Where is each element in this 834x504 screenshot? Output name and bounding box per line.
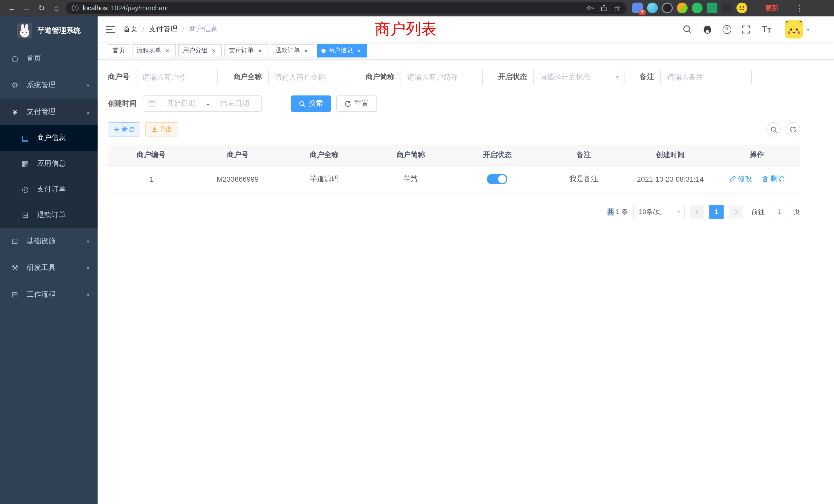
tab-merchant-info[interactable]: 商户信息× (317, 44, 367, 57)
tab-home[interactable]: 首页 (108, 44, 129, 57)
goto-suffix: 页 (793, 207, 800, 216)
cell-short-name: 芋艿 (368, 165, 454, 193)
reset-button[interactable]: 重置 (336, 95, 377, 112)
remark-input[interactable] (660, 69, 752, 85)
export-button[interactable]: 导出 (145, 122, 178, 137)
sidebar-item-merchant-info[interactable]: ▤ 商户信息 (0, 125, 97, 151)
font-size-icon[interactable] (761, 24, 772, 35)
sidebar-item-app-info[interactable]: ▦ 应用信息 (0, 151, 97, 177)
total-count: 1 (616, 208, 619, 215)
browser-forward-icon[interactable]: → (21, 2, 32, 14)
extension-smiley-icon[interactable] (737, 3, 747, 13)
navbar-actions: ? ▾ (681, 20, 834, 39)
status-select[interactable]: 请选择开启状态 ▾ (533, 69, 624, 85)
date-range-picker[interactable]: 开始日期 - 结束日期 (143, 95, 262, 112)
site-info-icon[interactable]: i (72, 5, 79, 11)
extension-icon-6[interactable] (707, 3, 718, 13)
password-key-icon[interactable] (587, 4, 594, 12)
browser-update-button[interactable]: 更新 (765, 3, 778, 13)
filter-row-1: 商户号 商户全称 商户简称 开启状态 请选择开启状态 (108, 69, 800, 85)
merchant-full-name-input[interactable] (268, 69, 350, 85)
merchant-short-name-input[interactable] (400, 69, 483, 85)
app-logo[interactable]: 芋道管理系统 (0, 17, 97, 45)
extension-icon-4[interactable] (677, 3, 688, 13)
edit-link[interactable]: 修改 (729, 175, 752, 184)
breadcrumb-payment[interactable]: 支付管理 (149, 25, 178, 34)
extension-icon-5[interactable] (692, 3, 703, 13)
hamburger-icon[interactable] (97, 17, 123, 42)
user-avatar[interactable] (785, 20, 803, 39)
github-icon[interactable] (702, 24, 713, 35)
bookmark-star-icon[interactable]: ☆ (614, 4, 620, 12)
add-button[interactable]: 新增 (108, 122, 140, 137)
col-merchant-id: 商户编号 (108, 145, 194, 165)
col-create-time: 创建时间 (627, 145, 714, 165)
field-label: 商户号 (108, 72, 129, 82)
close-icon[interactable]: × (210, 47, 217, 54)
close-icon[interactable]: × (164, 47, 171, 54)
browser-menu-icon[interactable]: ⋮ (795, 3, 803, 13)
close-icon[interactable]: × (303, 47, 310, 54)
tab-pay-order[interactable]: 支付订单× (224, 44, 268, 57)
browser-back-icon[interactable]: ← (6, 2, 18, 14)
help-icon[interactable]: ? (723, 25, 731, 33)
status-toggle[interactable] (487, 174, 508, 184)
app-title: 芋道管理系统 (38, 26, 81, 36)
sidebar-item-home[interactable]: ◷ 首页 (0, 45, 97, 72)
extension-icon-1[interactable]: 10 (632, 3, 643, 13)
end-date-placeholder: 结束日期 (213, 99, 256, 108)
delete-link[interactable]: 删除 (762, 175, 785, 184)
user-menu[interactable]: ▾ (785, 20, 809, 39)
breadcrumb-home[interactable]: 首页 (123, 25, 138, 34)
total-suffix: 条 (621, 208, 628, 215)
address-bar[interactable]: i localhost:1024/pay/merchant ☆ (66, 2, 627, 14)
next-page-button[interactable] (729, 205, 743, 219)
close-icon[interactable]: × (256, 47, 263, 54)
filter-status: 开启状态 请选择开启状态 ▾ (498, 69, 624, 85)
merchant-no-input[interactable] (136, 69, 218, 85)
tab-user-group[interactable]: 用户分组× (178, 44, 222, 57)
breadcrumb: 首页 / 支付管理 / 商户信息 (123, 25, 218, 34)
cell-remark: 我是备注 (541, 165, 627, 193)
tab-refund-order[interactable]: 退款订单× (271, 44, 314, 57)
tab-dot (322, 48, 326, 53)
search-icon[interactable] (681, 24, 693, 35)
page-1-button[interactable]: 1 (709, 205, 724, 219)
tab-label: 首页 (112, 46, 125, 55)
fullscreen-icon[interactable] (741, 24, 752, 35)
goto-page-input[interactable] (769, 205, 789, 219)
sidebar-item-pay-order[interactable]: ◎ 支付订单 (0, 177, 97, 202)
col-remark: 备注 (541, 145, 627, 165)
sidebar-item-label: 支付管理 (27, 107, 56, 116)
col-short-name: 商户简称 (368, 145, 454, 165)
tab-process-form[interactable]: 流程表单× (132, 44, 176, 57)
extension-icon-3[interactable] (662, 3, 673, 13)
extension-icon-7[interactable] (722, 3, 732, 13)
browser-home-icon[interactable]: ⌂ (51, 2, 62, 14)
toggle-search-icon-button[interactable] (766, 122, 781, 137)
sidebar-item-workflow[interactable]: ⊞ 工作流程 ▾ (0, 281, 97, 308)
search-button[interactable]: 搜索 (291, 95, 331, 112)
share-icon[interactable] (600, 4, 608, 12)
browser-reload-icon[interactable]: ↻ (36, 2, 47, 14)
browser-toolbar: ← → ↻ ⌂ i localhost:1024/pay/merchant ☆ … (0, 0, 834, 17)
refresh-icon-button[interactable] (786, 122, 800, 137)
delete-link-label: 删除 (770, 175, 785, 184)
dashboard-icon: ◷ (10, 54, 20, 63)
sidebar-item-payment[interactable]: ¥ 支付管理 ▴ (0, 98, 97, 125)
sidebar: 芋道管理系统 ◷ 首页 ⚙ 系统管理 ▾ ¥ 支付管理 ▴ (0, 17, 97, 504)
prev-page-button[interactable] (690, 205, 704, 219)
filter-create-time: 创建时间 开始日期 - 结束日期 (108, 95, 262, 112)
page-size-select[interactable]: 10条/页 ▾ (633, 205, 684, 219)
extension-icon-2[interactable] (647, 3, 658, 13)
disc-icon: ◎ (21, 185, 30, 194)
sidebar-item-dev-tools[interactable]: ⚒ 研发工具 ▾ (0, 255, 97, 281)
logo-rabbit-avatar (17, 23, 32, 39)
page-annotation-title: 商户列表 (375, 19, 437, 40)
close-icon[interactable]: × (355, 47, 363, 54)
sidebar-item-infrastructure[interactable]: ⊡ 基础设施 ▾ (0, 228, 97, 255)
url-text[interactable]: localhost:1024/pay/merchant (83, 4, 168, 12)
sidebar-item-refund-order[interactable]: ⊟ 退款订单 (0, 202, 97, 228)
sidebar-item-system[interactable]: ⚙ 系统管理 ▾ (0, 72, 97, 98)
pagination-total: 共 1 条 (607, 207, 628, 216)
